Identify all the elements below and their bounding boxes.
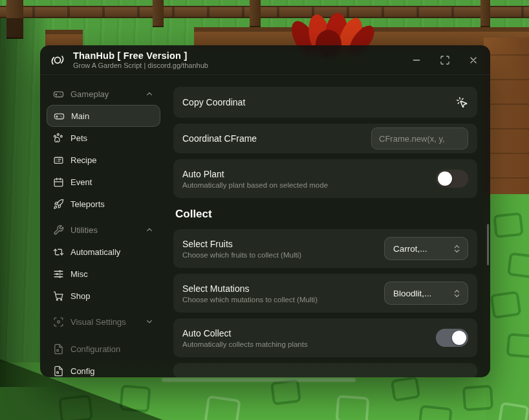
clipped-next-row [173,363,477,377]
toggle-knob [438,171,452,186]
mutations-select[interactable]: Bloodlit,... [384,282,468,305]
sidebar-item-label: Utilities [70,225,98,235]
thanhub-logo-icon [49,52,66,69]
grass-tile [336,395,370,420]
sidebar-section-configuration[interactable]: Configuration [47,338,160,360]
sidebar-section-visual-settings[interactable]: Visual Settings [47,311,160,333]
grass-tile [506,333,529,359]
auto-collect-row: Auto Collect Automatically collects matc… [173,318,477,357]
rocket-icon [53,199,64,210]
sidebar-item-label: Main [71,111,89,121]
file-icon [53,366,64,377]
sidebar-item-event[interactable]: Event [47,171,160,193]
window-subtitle: Grow A Garden Script | discord.gg/thanhu… [73,61,208,69]
fruits-select[interactable]: Carrot,... [384,237,468,260]
minimize-icon[interactable] [411,55,422,65]
content-scrollbar[interactable] [487,224,489,265]
window-controls [411,55,479,65]
grass-tile [490,291,522,319]
recipe-icon [53,155,64,166]
sidebar-item-label: Gameplay [70,89,109,99]
grass-highlight [162,378,356,382]
coordinate-cframe-row: Coordinat CFrame [173,124,477,153]
row-label: Coordinat CFrame [182,133,257,144]
thanhub-window: ThanHub [ Free Version ] Grow A Garden S… [40,45,490,377]
sidebar-section-gameplay[interactable]: Gameplay [47,83,160,105]
calendar-icon [53,177,64,188]
grass-tile [493,212,524,238]
select-mutations-row: Select Mutations Choose which mutations … [173,274,477,313]
fence-rail [0,6,529,18]
auto-plant-toggle[interactable] [436,170,468,188]
screen: ThanHub [ Free Version ] Grow A Garden S… [0,0,529,420]
sidebar: Gameplay Main [40,75,167,377]
row-description: Choose which fruits to collect (Multi) [182,251,301,259]
sidebar-item-teleports[interactable]: Teleports [47,193,160,215]
row-label: Auto Plant [182,169,328,179]
select-value: Carrot,... [393,244,427,254]
scan-eye-icon [53,316,64,327]
sidebar-item-label: Teleports [70,199,105,209]
row-description: Automatically plant based on selected mo… [182,181,328,189]
chevron-up-icon [145,225,154,234]
sidebar-item-main[interactable]: Main [47,105,160,127]
chevrons-up-down-icon [452,289,462,298]
sidebar-item-label: Visual Settings [70,317,126,327]
row-description: Automatically collects matching plants [182,340,308,348]
window-title: ThanHub [ Free Version ] [73,50,208,61]
cursor-click-icon [456,96,468,109]
fence-post [480,0,490,27]
sidebar-item-label: Recipe [70,155,96,165]
grass-tile [391,376,421,402]
cart-icon [53,291,64,302]
chevron-down-icon [145,317,154,326]
row-label: Select Mutations [182,283,318,294]
row-label: Auto Collect [182,328,308,338]
sidebar-item-label: Config [70,366,95,376]
gamepad-icon [53,89,64,100]
collect-heading: Collect [175,208,477,221]
gamepad-icon [54,111,65,122]
sidebar-item-label: Pets [70,133,87,143]
sidebar-item-automatically[interactable]: Automatically [47,241,160,263]
grass-tile [418,404,453,420]
sidebar-item-shop[interactable]: Shop [47,285,160,307]
sidebar-item-pets[interactable]: Pets [47,127,160,149]
sidebar-item-label: Configuration [70,344,120,354]
auto-plant-row: Auto Plant Automatically plant based on … [173,159,477,198]
repeat-icon [53,247,64,258]
sidebar-item-misc[interactable]: Misc [47,263,160,285]
maximize-icon[interactable] [440,55,450,65]
cframe-input[interactable] [371,127,468,149]
fence-post [153,0,164,27]
select-value: Bloodlit,... [393,289,431,298]
content-area: Copy Coordinat Coordinat CFrame [167,75,490,377]
copy-coordinate-button[interactable]: Copy Coordinat [173,87,477,118]
sidebar-item-label: Event [70,177,92,187]
select-fruits-row: Select Fruits Choose which fruits to col… [173,229,477,268]
window-header: ThanHub [ Free Version ] Grow A Garden S… [40,45,490,75]
sidebar-item-label: Shop [70,291,90,301]
file-icon [53,344,64,355]
grass-tile [204,395,241,420]
wrench-icon [53,225,64,236]
sliders-icon [53,269,64,280]
fence-post [250,0,261,27]
sidebar-item-label: Misc [70,269,88,279]
toggle-knob [452,331,466,345]
sidebar-item-label: Automatically [70,247,120,257]
row-description: Choose which mutations to collect (Multi… [182,296,318,304]
close-icon[interactable] [468,55,479,65]
grass-tile [270,379,301,405]
chevrons-up-down-icon [452,244,462,254]
row-label: Select Fruits [182,239,301,249]
grass-tile [507,252,529,279]
sidebar-item-config[interactable]: Config [47,360,160,377]
auto-collect-toggle[interactable] [436,329,468,347]
sidebar-section-utilities[interactable]: Utilities [47,219,160,241]
planter-wood-side [484,38,529,203]
grass-tile [462,384,494,411]
paw-icon [53,133,64,144]
sidebar-item-recipe[interactable]: Recipe [47,149,160,171]
row-label: Copy Coordinat [182,97,245,107]
